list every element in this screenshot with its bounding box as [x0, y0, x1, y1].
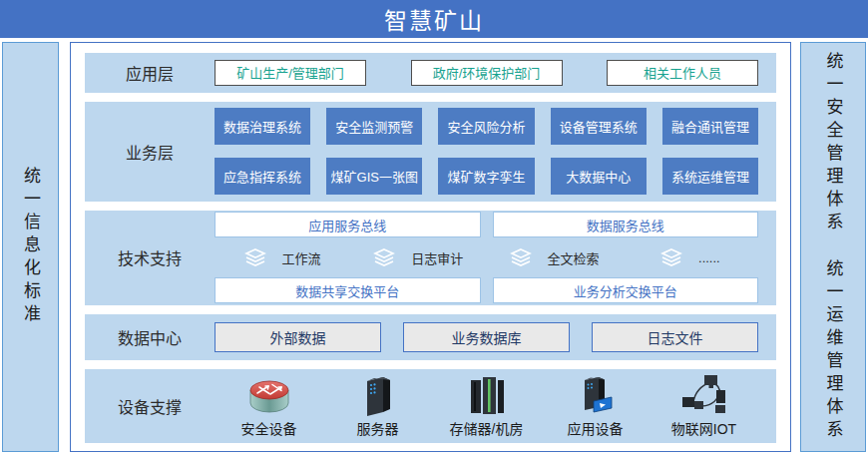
- device-label: 物联网IOT: [671, 418, 736, 438]
- layers-icon: [510, 248, 532, 266]
- layer-device-support: 设备支撑: [85, 369, 776, 443]
- business-row: 数据治理系统 安全监测预警 安全风险分析 设备管理系统 融合通讯管理: [215, 108, 758, 145]
- device-label: 存储器/机房: [450, 418, 524, 438]
- server-icon: [361, 374, 395, 416]
- business-module: 安全监测预警: [326, 108, 422, 145]
- storage-rack-icon: [467, 374, 507, 416]
- application-box: 政府/环境保护部门: [411, 60, 563, 86]
- smart-mine-diagram: 智慧矿山 统一信息化标准 统一安全管理体系 统一运维管理体系 应用层 矿山生产/…: [0, 0, 868, 456]
- platform-box: 业务分析交换平台: [493, 277, 759, 303]
- iot-network-icon: [680, 374, 728, 416]
- business-module: 数据治理系统: [215, 108, 310, 145]
- service-bus-box: 数据服务总线: [493, 212, 759, 237]
- device-label: 安全设备: [241, 418, 297, 438]
- device-item: 应用设备: [541, 374, 650, 438]
- business-module: 大数据中心: [551, 158, 647, 195]
- title-banner: 智慧矿山: [0, 0, 868, 38]
- middleware-label: 全文检索: [548, 248, 600, 267]
- tech-content: 应用服务总线 数据服务总线 工作流: [215, 212, 776, 303]
- business-module: 融合通讯管理: [662, 108, 758, 145]
- layer-label: 技术支持: [85, 245, 215, 269]
- security-device-icon: [247, 374, 291, 416]
- business-module: 应急指挥系统: [215, 158, 310, 195]
- layer-label: 应用层: [85, 61, 215, 85]
- layer-application: 应用层 矿山生产/管理部门 政府/环境保护部门 相关工作人员: [85, 53, 776, 93]
- data-boxes: 外部数据 业务数据库 日志文件: [215, 322, 776, 352]
- device-label: 应用设备: [568, 418, 624, 438]
- application-box: 相关工作人员: [607, 60, 758, 86]
- architecture-panel: 应用层 矿山生产/管理部门 政府/环境保护部门 相关工作人员 业务层 数据治理系…: [70, 42, 791, 452]
- platform-box: 数据共享交换平台: [215, 277, 481, 303]
- layers-icon: [244, 248, 266, 266]
- middleware-item: 日志审计: [350, 245, 486, 269]
- business-module: 设备管理系统: [551, 108, 647, 145]
- left-pillar-text: 统一信息化标准: [18, 167, 43, 327]
- left-pillar: 统一信息化标准: [2, 42, 59, 452]
- business-row: 应急指挥系统 煤矿GIS一张图 煤矿数字孪生 大数据中心 系统运维管理: [215, 158, 758, 195]
- layer-label: 数据中心: [85, 325, 215, 349]
- layer-label: 业务层: [85, 140, 215, 164]
- middleware-label: 工作流: [282, 248, 321, 267]
- device-item: 存储器/机房: [432, 374, 541, 438]
- middleware-label: ......: [698, 250, 720, 265]
- platform-row: 数据共享交换平台 业务分析交换平台: [215, 277, 758, 303]
- middleware-item: ......: [623, 245, 758, 269]
- device-items: 安全设备: [215, 374, 776, 438]
- right-pillar: 统一安全管理体系 统一运维管理体系: [800, 42, 866, 452]
- service-bus-box: 应用服务总线: [215, 212, 481, 237]
- application-boxes: 矿山生产/管理部门 政府/环境保护部门 相关工作人员: [215, 60, 776, 86]
- middleware-item: 全文检索: [487, 245, 623, 269]
- service-bus-row: 应用服务总线 数据服务总线: [215, 212, 758, 237]
- device-item: 物联网IOT: [650, 374, 758, 438]
- device-item: 安全设备: [215, 374, 323, 438]
- layer-data-center: 数据中心 外部数据 业务数据库 日志文件: [85, 314, 776, 360]
- business-module: 煤矿数字孪生: [438, 158, 534, 195]
- middleware-row: 工作流 日志审计: [215, 245, 758, 269]
- page-title: 智慧矿山: [384, 2, 484, 36]
- business-module: 煤矿GIS一张图: [326, 158, 422, 195]
- layers-icon: [660, 248, 682, 266]
- layers-icon: [373, 248, 395, 266]
- data-source-box: 业务数据库: [403, 322, 570, 352]
- layer-business: 业务层 数据治理系统 安全监测预警 安全风险分析 设备管理系统 融合通讯管理 应…: [85, 102, 776, 202]
- application-box: 矿山生产/管理部门: [215, 60, 366, 86]
- data-source-box: 外部数据: [215, 322, 381, 352]
- business-module: 安全风险分析: [438, 108, 534, 145]
- layer-tech-support: 技术支持 应用服务总线 数据服务总线 工作流: [85, 211, 776, 306]
- device-item: 服务器: [323, 374, 432, 438]
- business-module: 系统运维管理: [662, 158, 758, 195]
- data-source-box: 日志文件: [592, 322, 758, 352]
- business-modules: 数据治理系统 安全监测预警 安全风险分析 设备管理系统 融合通讯管理 应急指挥系…: [215, 108, 776, 195]
- app-device-icon: [576, 374, 616, 416]
- device-label: 服务器: [357, 418, 399, 438]
- right-pillar-text-security: 统一安全管理体系: [821, 52, 846, 235]
- right-pillar-text-ops: 统一运维管理体系: [821, 259, 846, 443]
- middleware-label: 日志审计: [411, 248, 463, 267]
- middleware-item: 工作流: [215, 245, 350, 269]
- layer-label: 设备支撑: [85, 394, 215, 418]
